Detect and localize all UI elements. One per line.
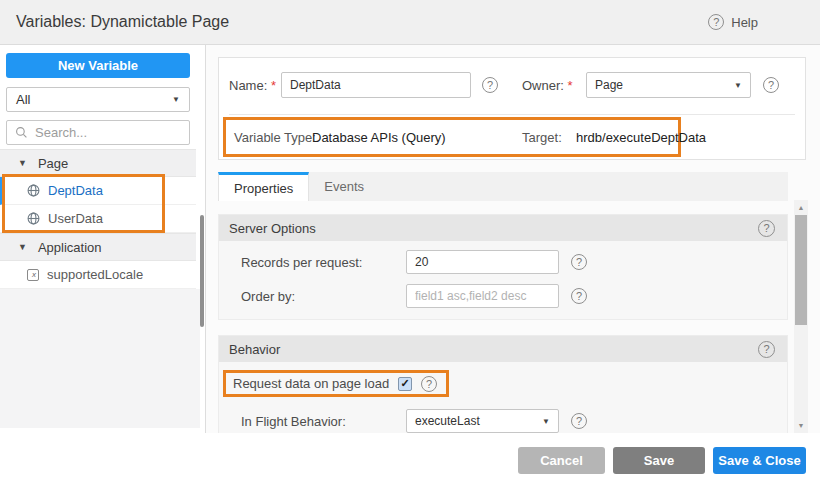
owner-select[interactable]: Page ▼ [586, 72, 751, 98]
variable-editor: Name: * Owner: * Page ▼ Variable Type: D… [206, 45, 820, 433]
variable-filter-select[interactable]: All ▼ [6, 87, 190, 112]
tab-bar: Properties Events [218, 172, 788, 201]
card-divider [229, 114, 795, 115]
request-data-checkbox[interactable] [398, 377, 412, 391]
inflight-help-icon[interactable] [571, 413, 587, 429]
model-variable-icon: x [27, 269, 39, 281]
help-button[interactable]: Help [708, 14, 758, 30]
new-variable-button[interactable]: New Variable [6, 53, 190, 78]
inflight-behavior-label: In Flight Behavior: [241, 414, 406, 429]
behavior-header: Behavior [219, 336, 787, 362]
sidebar-scrollbar-thumb[interactable] [200, 215, 204, 327]
tree-group-label: Page [38, 156, 68, 171]
order-by-label: Order by: [241, 289, 406, 304]
server-options-help-icon[interactable] [758, 220, 775, 237]
tree-item-deptdata[interactable]: DeptData [0, 177, 196, 205]
sidebar-background [0, 289, 200, 428]
inflight-behavior-select[interactable]: executeLast ▼ [406, 409, 559, 433]
properties-scrollbar[interactable]: ▲ ▼ [794, 200, 808, 433]
behavior-help-icon[interactable] [758, 341, 775, 358]
name-label: Name: * [229, 78, 276, 93]
sidebar-controls: New Variable All ▼ [0, 45, 196, 145]
target-label: Target: [522, 130, 562, 145]
target-value: hrdb/executeDeptData [576, 130, 706, 145]
tab-properties[interactable]: Properties [218, 172, 309, 201]
variable-type-label: Variable Type: [234, 130, 316, 145]
tree-item-userdata[interactable]: UserData [0, 205, 196, 233]
page-title: Variables: Dynamictable Page [16, 13, 229, 31]
inflight-behavior-row: In Flight Behavior: executeLast ▼ [219, 408, 787, 433]
service-variable-icon [27, 212, 40, 225]
help-label: Help [731, 15, 758, 30]
scroll-up-icon[interactable]: ▲ [794, 204, 808, 211]
owner-value: Page [595, 78, 623, 92]
variables-sidebar: New Variable All ▼ ▼ Page DeptData UserD… [0, 45, 205, 428]
required-asterisk: * [568, 78, 573, 93]
search-input[interactable] [35, 125, 181, 140]
server-options-section: Server Options Records per request: Orde… [218, 214, 788, 320]
order-by-row: Order by: [219, 283, 787, 309]
order-by-help-icon[interactable] [571, 288, 587, 304]
records-per-request-input[interactable] [406, 250, 559, 274]
variables-tree: ▼ Page DeptData UserData ▼ Application x… [0, 149, 196, 289]
search-icon [15, 126, 28, 139]
server-options-header: Server Options [219, 215, 787, 241]
variables-dialog: Variables: Dynamictable Page Help New Va… [0, 0, 820, 488]
owner-help-icon[interactable] [763, 77, 779, 93]
records-help-icon[interactable] [571, 254, 587, 270]
section-title: Server Options [229, 221, 316, 236]
help-icon [708, 14, 724, 30]
inflight-behavior-value: executeLast [415, 414, 480, 428]
owner-label: Owner: * [522, 78, 573, 93]
service-variable-icon [27, 184, 40, 197]
records-per-request-label: Records per request: [241, 255, 406, 270]
tree-item-label: UserData [48, 211, 103, 226]
variable-type-value: Database APIs (Query) [312, 130, 446, 145]
dialog-footer: Cancel Save Save & Close [0, 433, 820, 488]
tab-events[interactable]: Events [309, 172, 379, 201]
cancel-button[interactable]: Cancel [518, 447, 605, 474]
chevron-down-icon: ▼ [734, 81, 742, 90]
name-help-icon[interactable] [482, 77, 498, 93]
save-button[interactable]: Save [613, 447, 705, 474]
order-by-input[interactable] [406, 284, 559, 308]
dialog-header: Variables: Dynamictable Page Help [0, 0, 820, 45]
highlight-box-request-data: Request data on page load [223, 370, 449, 397]
tree-item-label: DeptData [48, 183, 103, 198]
tree-group-label: Application [38, 240, 102, 255]
search-box [6, 120, 190, 145]
variable-summary-card: Name: * Owner: * Page ▼ Variable Type: D… [218, 57, 806, 160]
highlight-box-variable-type: Variable Type: Database APIs (Query) Tar… [223, 117, 681, 157]
chevron-down-icon: ▼ [172, 95, 180, 104]
scrollbar-thumb[interactable] [795, 215, 807, 325]
behavior-section: Behavior Request data on page load In Fl… [218, 335, 788, 433]
request-data-label: Request data on page load [233, 376, 389, 391]
tree-item-label: supportedLocale [47, 267, 143, 282]
name-input[interactable] [281, 72, 471, 98]
request-data-help-icon[interactable] [421, 376, 437, 392]
required-asterisk: * [271, 78, 276, 93]
tree-group-page[interactable]: ▼ Page [0, 149, 196, 177]
save-close-button[interactable]: Save & Close [713, 447, 806, 474]
scroll-down-icon[interactable]: ▼ [794, 422, 808, 429]
collapse-arrow-icon: ▼ [18, 242, 27, 252]
properties-panel: Server Options Records per request: Orde… [218, 200, 788, 433]
tree-group-application[interactable]: ▼ Application [0, 233, 196, 261]
chevron-down-icon: ▼ [542, 417, 550, 426]
records-per-request-row: Records per request: [219, 249, 787, 275]
collapse-arrow-icon: ▼ [18, 158, 27, 168]
section-title: Behavior [229, 342, 280, 357]
tree-item-supportedlocale[interactable]: x supportedLocale [0, 261, 196, 289]
variable-filter-value: All [16, 92, 30, 107]
